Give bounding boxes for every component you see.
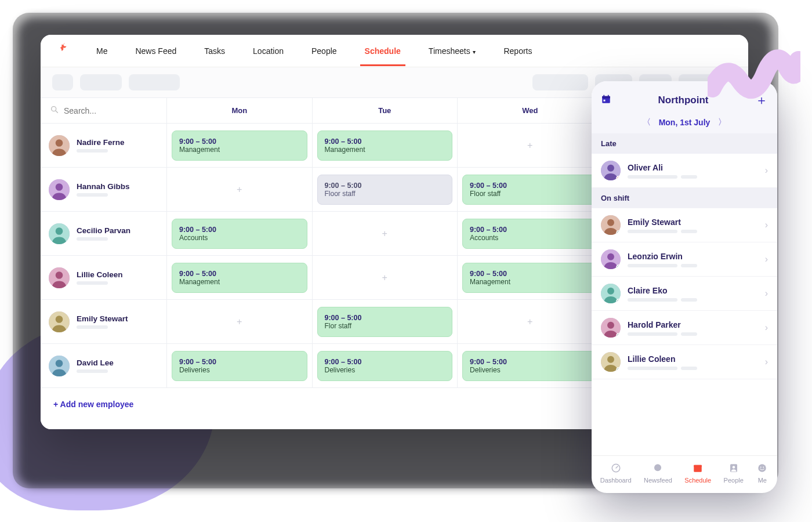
- nav-people[interactable]: People: [310, 36, 338, 66]
- nav-timesheets[interactable]: Timesheets ▾: [427, 36, 477, 66]
- schedule-cell[interactable]: 9:00 – 5:00 Management: [167, 256, 313, 300]
- shift-role: Floor staff: [325, 190, 445, 198]
- schedule-cell[interactable]: 9:00 – 5:00 Deliveries: [167, 344, 313, 388]
- schedule-cell[interactable]: 9:00 – 5:00 Floor staff: [313, 168, 458, 212]
- shift-block[interactable]: 9:00 – 5:00 Deliveries: [172, 351, 307, 381]
- shift-role: Deliveries: [179, 366, 300, 374]
- shift-role: Deliveries: [325, 366, 445, 374]
- nav-reports[interactable]: Reports: [502, 36, 533, 66]
- shift-block[interactable]: 9:00 – 5:00 Accounts: [172, 219, 307, 249]
- schedule-cell[interactable]: +: [313, 256, 458, 300]
- chevron-right-icon: ›: [765, 165, 768, 176]
- shift-block[interactable]: 9:00 – 5:00 Management: [462, 263, 598, 293]
- shift-block[interactable]: 9:00 – 5:00 Flor staff: [317, 307, 453, 337]
- mobile-date-row: 〈 Mon, 1st July 〉: [601, 117, 768, 128]
- employee-cell[interactable]: Cecilio Parvan: [41, 212, 167, 256]
- mobile-tab-me[interactable]: Me: [756, 462, 768, 484]
- schedule-cell[interactable]: +: [313, 212, 458, 256]
- mobile-meta-placeholder: [628, 175, 758, 179]
- calendar-icon[interactable]: [601, 94, 611, 107]
- employee-cell[interactable]: David Lee: [41, 344, 167, 388]
- mobile-tab-schedule[interactable]: Schedule: [684, 462, 711, 484]
- nav-location[interactable]: Location: [252, 36, 285, 66]
- shift-time: 9:00 – 5:00: [325, 314, 445, 322]
- schedule-cell[interactable]: 9:00 – 5:00 Deliveries: [458, 344, 603, 388]
- mobile-person-row[interactable]: Emily Stewart ›: [592, 208, 777, 242]
- mobile-person-row[interactable]: Claire Eko ›: [592, 277, 777, 311]
- employee-name: Lillie Coleen: [77, 270, 123, 279]
- shift-block[interactable]: 9:00 – 5:00 Management: [172, 130, 307, 161]
- schedule-cell[interactable]: 9:00 – 5:00 Deliveries: [313, 344, 458, 388]
- add-shift-icon[interactable]: +: [527, 140, 532, 151]
- mobile-person-name: Harold Parker: [628, 320, 758, 329]
- mobile-tab-dashboard[interactable]: Dashboard: [600, 462, 632, 484]
- svg-point-36: [732, 466, 735, 469]
- mobile-panel: Northpoint ＋ 〈 Mon, 1st July 〉 Late Oliv…: [592, 81, 777, 493]
- chevron-left-icon[interactable]: 〈: [643, 117, 651, 128]
- nav-newsfeed[interactable]: News Feed: [134, 36, 177, 66]
- employee-cell[interactable]: Hannah Gibbs: [41, 168, 167, 212]
- shift-role: Flor staff: [325, 322, 445, 330]
- mobile-person-row[interactable]: Lillie Coleen ›: [592, 345, 777, 379]
- schedule-cell[interactable]: 9:00 – 5:00 Floor staff: [458, 168, 603, 212]
- svg-point-38: [760, 467, 762, 468]
- add-shift-icon[interactable]: +: [237, 317, 242, 327]
- mobile-tab-label: Me: [758, 477, 767, 484]
- add-shift-icon[interactable]: +: [237, 184, 242, 195]
- schedule-cell[interactable]: 9:00 – 5:00 Flor staff: [313, 300, 458, 344]
- nav-me[interactable]: Me: [95, 36, 108, 66]
- employee-cell[interactable]: Nadire Ferne: [41, 124, 167, 168]
- app-logo-icon: [57, 43, 70, 59]
- svg-point-5: [56, 183, 63, 191]
- shift-role: Management: [470, 278, 590, 286]
- schedule-cell[interactable]: 9:00 – 5:00 Accounts: [167, 212, 313, 256]
- shift-block[interactable]: 9:00 – 5:00 Deliveries: [462, 351, 598, 381]
- svg-point-20: [607, 165, 614, 172]
- mobile-person-row[interactable]: Oliver Ali ›: [592, 154, 777, 188]
- schedule-cell[interactable]: +: [167, 300, 313, 344]
- shift-role: Accounts: [179, 234, 300, 242]
- mobile-section-late: Late: [592, 133, 777, 154]
- add-shift-icon[interactable]: +: [527, 317, 532, 327]
- nav-schedule[interactable]: Schedule: [364, 36, 402, 66]
- mobile-person-name: Lillie Coleen: [628, 354, 758, 364]
- nav-tasks[interactable]: Tasks: [203, 36, 226, 66]
- schedule-cell[interactable]: 9:00 – 5:00 Management: [167, 124, 313, 168]
- search-input[interactable]: [64, 106, 157, 115]
- employee-cell[interactable]: Lillie Coleen: [41, 256, 167, 300]
- schedule-cell[interactable]: +: [458, 300, 603, 344]
- schedule-cell[interactable]: 9:00 – 5:00 Management: [313, 124, 458, 168]
- svg-point-37: [759, 464, 767, 472]
- svg-point-26: [607, 288, 614, 295]
- shift-block[interactable]: 9:00 – 5:00 Deliveries: [317, 351, 453, 381]
- avatar: [49, 311, 70, 332]
- day-header-mon: Mon: [167, 98, 313, 124]
- shift-block[interactable]: 9:00 – 5:00 Management: [317, 130, 453, 161]
- employee-cell[interactable]: Emily Stewart: [41, 300, 167, 344]
- schedule-cell[interactable]: 9:00 – 5:00 Management: [458, 256, 603, 300]
- shift-block[interactable]: 9:00 – 5:00 Management: [172, 263, 307, 293]
- employee-meta-placeholder: [77, 325, 108, 329]
- schedule-cell[interactable]: +: [458, 124, 603, 168]
- add-shift-icon[interactable]: +: [382, 273, 387, 283]
- schedule-cell[interactable]: +: [167, 168, 313, 212]
- shift-block[interactable]: 9:00 – 5:00 Floor staff: [462, 175, 598, 205]
- mobile-tab-people[interactable]: People: [724, 462, 744, 484]
- schedule-cell[interactable]: 9:00 – 5:00 Accounts: [458, 212, 603, 256]
- mobile-person-row[interactable]: Harold Parker ›: [592, 311, 777, 345]
- add-shift-icon[interactable]: +: [382, 229, 387, 239]
- chevron-right-icon: ›: [765, 254, 768, 264]
- mobile-date-label[interactable]: Mon, 1st July: [659, 118, 710, 127]
- shift-role: Floor staff: [470, 190, 590, 198]
- mobile-person-row[interactable]: Leonzio Erwin ›: [592, 242, 777, 277]
- mobile-person-name: Emily Stewart: [628, 217, 758, 227]
- shift-block[interactable]: 9:00 – 5:00 Accounts: [462, 219, 598, 249]
- shift-block[interactable]: 9:00 – 5:00 Floor staff: [317, 175, 453, 205]
- svg-point-7: [56, 227, 63, 235]
- shift-time: 9:00 – 5:00: [179, 270, 300, 278]
- toolbar-placeholder: [52, 74, 73, 90]
- chevron-right-icon[interactable]: 〉: [718, 117, 726, 128]
- mobile-tab-newsfeed[interactable]: Newsfeed: [644, 462, 672, 484]
- employee-name: Nadire Ferne: [77, 138, 125, 147]
- mobile-tab-bar: Dashboard Newsfeed Schedule People Me: [592, 455, 777, 493]
